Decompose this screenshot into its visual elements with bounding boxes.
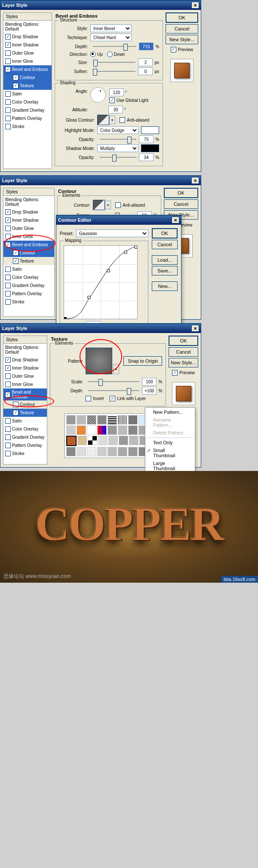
sidebar-item[interactable]: Inner Glow [3,57,52,65]
sidebar-item[interactable]: Pattern Overlay [3,114,52,122]
close-icon[interactable]: ✕ [191,325,199,332]
sidebar-item-bevel[interactable]: Bevel and Emboss [3,65,52,73]
sidebar-item-texture[interactable]: Texture [3,82,52,90]
checkbox-global-light[interactable] [109,98,115,103]
sh-opacity-slider[interactable] [100,154,136,160]
pattern-thumb[interactable] [66,415,76,425]
hi-opacity-slider[interactable] [100,136,136,142]
checkbox-link[interactable] [110,396,115,401]
newstyle-button[interactable]: New Style... [166,35,198,44]
menu-item[interactable]: New Pattern... [145,408,195,416]
angle-input[interactable] [109,89,124,96]
ok-button[interactable]: OK [166,12,198,23]
curve-editor[interactable] [64,245,138,319]
ok-button[interactable]: OK [169,336,198,346]
sidebar-item-bevel[interactable]: Bevel and Emboss [3,388,47,400]
sidebar-item-texture[interactable]: Texture [3,257,54,265]
sidebar-item[interactable]: Satin [3,90,52,98]
checkbox-icon[interactable] [5,67,11,72]
chevron-down-icon[interactable]: ▾ [109,116,115,124]
checkbox-icon[interactable] [5,58,11,64]
preview-swatch [172,382,195,405]
close-icon[interactable]: ✕ [172,217,179,223]
sh-opacity-input[interactable] [139,153,154,161]
style-dropdown[interactable]: Inner Bevel [90,24,132,32]
sidebar-item-bevel[interactable]: Bevel and Emboss [3,241,54,249]
checkbox-icon[interactable] [5,124,11,129]
depth-slider[interactable] [93,43,136,49]
sidebar-item-texture[interactable]: Texture [3,409,47,417]
chevron-down-icon[interactable]: ▾ [113,364,119,374]
highlight-color-swatch[interactable] [141,126,159,134]
cancel-button[interactable]: Cancel [169,347,198,357]
shading-fieldset: Shading Angle: ° Use Global Light Altitu… [55,83,163,166]
soften-input[interactable] [138,67,153,75]
checkbox-icon[interactable] [13,83,18,89]
checkbox-icon[interactable] [13,75,18,80]
altitude-input[interactable] [108,106,123,113]
sidebar-item[interactable]: Blending Options: Default [3,21,52,33]
technique-dropdown[interactable]: Chisel Hard [90,34,132,41]
sidebar-item-contour[interactable]: Contour [3,400,47,409]
checkbox-icon[interactable] [5,42,11,48]
newstyle-button[interactable]: New Style... [169,358,198,367]
chevron-down-icon[interactable]: ▾ [105,201,111,209]
checkbox-icon[interactable] [5,91,11,97]
soften-slider[interactable] [93,68,135,74]
depth-input[interactable] [142,387,157,394]
load-button[interactable]: Load... [152,255,178,265]
sidebar-item[interactable]: Outer Glow [3,49,52,57]
depth-input[interactable] [139,43,154,50]
ok-button[interactable]: OK [152,228,178,238]
contour-swatch[interactable] [93,200,105,210]
checkbox-icon[interactable] [5,116,11,121]
sidebar-item[interactable]: Color Overlay [3,98,52,106]
cancel-button[interactable]: Cancel [164,199,198,209]
checkbox-preview[interactable] [171,47,176,52]
checkbox-antialias[interactable] [120,117,125,123]
checkbox-icon[interactable] [5,34,11,40]
save-button[interactable]: Save... [152,266,178,275]
highlight-mode-dropdown[interactable]: Color Dodge [97,126,138,134]
pattern-picker[interactable] [64,413,154,458]
checkbox-icon[interactable] [5,99,11,105]
menu-item[interactable]: Small Thumbnail [145,446,195,459]
preset-dropdown[interactable]: Gaussian [76,229,148,237]
hi-opacity-input[interactable] [139,135,154,143]
new-button[interactable]: New... [152,281,178,291]
cancel-button[interactable]: Cancel [166,24,198,34]
snap-button[interactable]: Snap to Origin [123,356,162,366]
sidebar-item[interactable]: Drop Shadow [3,33,52,41]
result-image: COPPER 思缘论坛 www.missyuan.com bbs.16xx8.c… [0,471,258,583]
angle-dial[interactable] [90,87,106,103]
size-slider[interactable] [93,59,135,65]
menu-item[interactable]: Large Thumbnail [145,459,195,472]
cancel-button[interactable]: Cancel [152,240,178,249]
checkbox-icon[interactable] [5,107,11,113]
shadow-mode-dropdown[interactable]: Multiply [97,144,138,152]
scale-slider[interactable] [88,379,139,385]
menu-item: Rename Pattern... [145,416,195,429]
checkbox-icon[interactable] [5,50,11,56]
depth-slider[interactable] [88,388,139,394]
shadow-color-swatch[interactable] [141,144,159,152]
legend: Structure [58,18,79,22]
radio-down[interactable] [107,52,113,57]
gloss-contour-swatch[interactable] [97,115,109,125]
close-icon[interactable]: ✕ [191,2,199,9]
size-input[interactable] [138,58,153,66]
sidebar-item[interactable]: Inner Shadow [3,41,52,49]
menu-item[interactable]: Text Only [145,439,195,446]
sidebar-item-contour[interactable]: Contour [3,73,52,82]
checkbox-invert[interactable] [86,396,91,401]
checkbox-antialias[interactable] [115,202,121,208]
scale-input[interactable] [142,378,157,385]
pattern-swatch[interactable] [86,348,112,374]
close-icon[interactable]: ✕ [191,177,199,184]
sidebar-item[interactable]: Gradient Overlay [3,106,52,114]
radio-up[interactable] [90,52,96,57]
ok-button[interactable]: OK [164,188,198,198]
pattern-thumb-selected[interactable] [66,436,77,446]
sidebar-item-contour[interactable]: Contour [3,249,54,257]
sidebar-item[interactable]: Stroke [3,122,52,131]
